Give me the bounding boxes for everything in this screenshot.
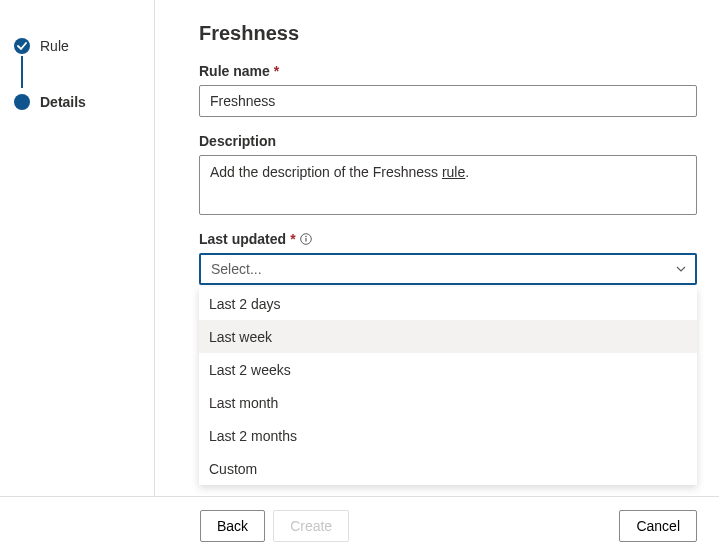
footer: Back Create Cancel — [0, 496, 719, 554]
svg-rect-2 — [305, 238, 306, 242]
dropdown-placeholder: Select... — [211, 261, 262, 277]
step-label: Rule — [40, 38, 69, 54]
last-updated-dropdown[interactable]: Select... — [199, 253, 697, 285]
cancel-button[interactable]: Cancel — [619, 510, 697, 542]
step-label: Details — [40, 94, 86, 110]
dropdown-option[interactable]: Custom — [199, 452, 697, 485]
step-connector — [21, 56, 23, 88]
info-icon[interactable] — [300, 233, 312, 245]
step-details[interactable]: Details — [14, 88, 144, 116]
main-panel: Freshness Rule name * Description Add th… — [155, 0, 719, 554]
description-textarea[interactable]: Add the description of the Freshness rul… — [199, 155, 697, 215]
check-icon — [14, 38, 30, 54]
required-asterisk: * — [274, 63, 279, 79]
required-asterisk: * — [290, 231, 295, 247]
sidebar: Rule Details — [0, 0, 155, 554]
chevron-down-icon — [675, 263, 687, 275]
rule-name-input[interactable] — [199, 85, 697, 117]
create-button: Create — [273, 510, 349, 542]
dropdown-option[interactable]: Last month — [199, 386, 697, 419]
description-label: Description — [199, 133, 697, 149]
current-step-icon — [14, 94, 30, 110]
rule-name-label: Rule name * — [199, 63, 697, 79]
dropdown-option[interactable]: Last 2 days — [199, 287, 697, 320]
last-updated-label: Last updated * — [199, 231, 697, 247]
svg-point-1 — [305, 236, 307, 238]
dropdown-option[interactable]: Last week — [199, 320, 697, 353]
dropdown-option[interactable]: Last 2 months — [199, 419, 697, 452]
dropdown-option[interactable]: Last 2 weeks — [199, 353, 697, 386]
page-title: Freshness — [199, 22, 697, 45]
step-rule[interactable]: Rule — [14, 32, 144, 60]
back-button[interactable]: Back — [200, 510, 265, 542]
dropdown-list: Last 2 daysLast weekLast 2 weeksLast mon… — [199, 287, 697, 485]
